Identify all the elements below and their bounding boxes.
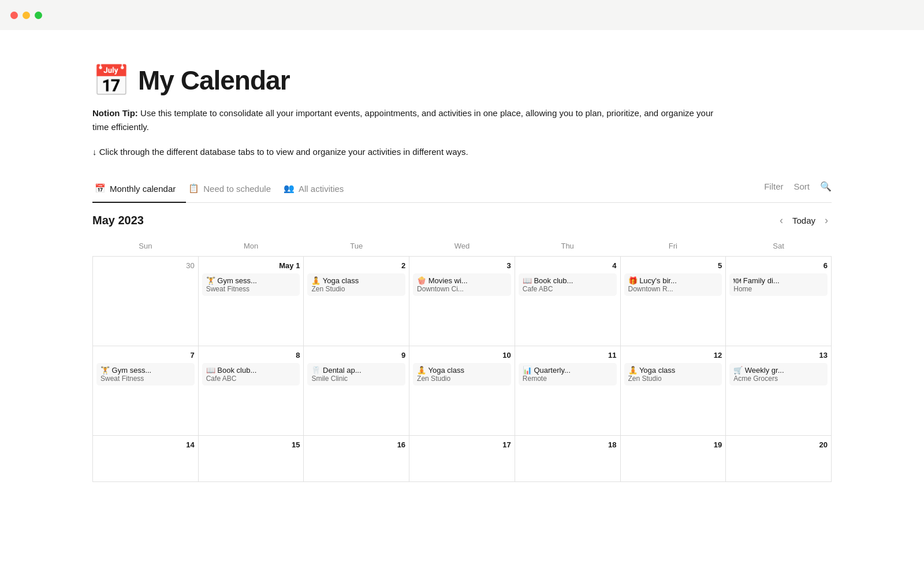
- today-button[interactable]: Today: [792, 216, 815, 225]
- day-number: 5: [624, 261, 722, 270]
- calendar-week-3: 14151617181920: [93, 436, 832, 482]
- calendar-day-w2-d1: 7🏋 Gym sess...Sweat Fitness: [93, 346, 199, 436]
- day-number: May 1: [202, 261, 300, 270]
- day-number: 7: [96, 351, 195, 360]
- day-header-thu: Thu: [515, 237, 620, 257]
- day-number: 13: [729, 351, 828, 360]
- event-card-w2-d7-0[interactable]: 🛒 Weekly gr...Acme Grocers: [729, 363, 828, 386]
- tab-need-to-schedule-label: Need to schedule: [203, 184, 271, 194]
- calendar-nav-right: ‹ Today ›: [776, 213, 832, 228]
- filter-button[interactable]: Filter: [764, 181, 783, 191]
- calendar-day-w1-d7: 6🍽 Family di...Home: [726, 257, 832, 346]
- day-header-mon: Mon: [198, 237, 304, 257]
- calendar-day-w2-d7: 13🛒 Weekly gr...Acme Grocers: [726, 346, 832, 436]
- sort-button[interactable]: Sort: [793, 181, 810, 191]
- page-icon: 📅: [92, 65, 130, 95]
- database-actions: Filter Sort 🔍: [764, 181, 832, 199]
- event-card-w1-d5-0[interactable]: 📖 Book club...Cafe ABC: [519, 273, 617, 296]
- database-tabs: 📅 Monthly calendar 📋 Need to schedule 👥 …: [92, 177, 832, 203]
- close-button[interactable]: [10, 12, 18, 19]
- need-to-schedule-icon: 📋: [188, 183, 199, 194]
- day-header-sat: Sat: [726, 237, 832, 257]
- next-month-button[interactable]: ›: [821, 213, 832, 228]
- page-header: 📅 My Calendar: [92, 65, 832, 96]
- event-card-w1-d2-0[interactable]: 🏋 Gym sess...Sweat Fitness: [202, 273, 300, 296]
- day-number: 30: [96, 261, 195, 270]
- tab-monthly-calendar-label: Monthly calendar: [110, 184, 176, 194]
- search-button[interactable]: 🔍: [820, 181, 832, 192]
- tab-group: 📅 Monthly calendar 📋 Need to schedule 👥 …: [92, 177, 764, 202]
- event-title: 🧘 Yoga class: [417, 366, 507, 375]
- calendar-day-w1-d5: 4📖 Book club...Cafe ABC: [515, 257, 620, 346]
- tab-all-activities-label: All activities: [299, 184, 344, 194]
- day-number: 15: [202, 440, 300, 449]
- search-icon: 🔍: [820, 181, 832, 191]
- prev-month-button[interactable]: ‹: [776, 213, 787, 228]
- event-card-w1-d6-0[interactable]: 🎁 Lucy's bir...Downtown R...: [624, 273, 722, 296]
- event-location: Acme Grocers: [733, 375, 824, 383]
- calendar-day-w2-d3: 9🦷 Dental ap...Smile Clinic: [304, 346, 409, 436]
- day-number: 14: [96, 440, 195, 449]
- event-location: Downtown Ci...: [417, 285, 507, 293]
- event-card-w1-d7-0[interactable]: 🍽 Family di...Home: [729, 273, 828, 296]
- event-card-w2-d3-0[interactable]: 🦷 Dental ap...Smile Clinic: [307, 363, 405, 386]
- event-location: Home: [733, 285, 824, 293]
- calendar-month-title: May 2023: [92, 214, 144, 227]
- day-header-wed: Wed: [409, 237, 515, 257]
- event-card-w2-d6-0[interactable]: 🧘 Yoga classZen Studio: [624, 363, 722, 386]
- calendar-section: May 2023 ‹ Today › Sun Mon Tue Wed Thu F…: [92, 203, 832, 482]
- tab-all-activities[interactable]: 👥 All activities: [281, 177, 354, 203]
- minimize-button[interactable]: [23, 12, 30, 19]
- tab-need-to-schedule[interactable]: 📋 Need to schedule: [186, 177, 281, 203]
- event-title: 🏋 Gym sess...: [100, 366, 191, 375]
- calendar-day-w3-d7: 20: [726, 436, 832, 482]
- event-card-w1-d4-0[interactable]: 🍿 Movies wi...Downtown Ci...: [413, 273, 511, 296]
- page-title: My Calendar: [138, 65, 290, 96]
- event-title: 🏋 Gym sess...: [206, 276, 296, 285]
- event-location: Cafe ABC: [206, 375, 296, 383]
- day-number: 10: [413, 351, 511, 360]
- day-header-fri: Fri: [620, 237, 726, 257]
- calendar-week-2: 7🏋 Gym sess...Sweat Fitness8📖 Book club.…: [93, 346, 832, 436]
- titlebar: [0, 0, 924, 30]
- notion-tip-prefix: Notion Tip:: [92, 108, 138, 118]
- day-number: 16: [307, 440, 405, 449]
- event-location: Zen Studio: [311, 285, 401, 293]
- event-location: Sweat Fitness: [206, 285, 296, 293]
- event-card-w2-d1-0[interactable]: 🏋 Gym sess...Sweat Fitness: [96, 363, 195, 386]
- event-title: 🎁 Lucy's bir...: [628, 276, 718, 285]
- day-number: 20: [729, 440, 828, 449]
- calendar-day-w3-d4: 17: [409, 436, 515, 482]
- day-number: 9: [307, 351, 405, 360]
- event-title: 🦷 Dental ap...: [311, 366, 401, 375]
- event-location: Downtown R...: [628, 285, 718, 293]
- event-title: 🍽 Family di...: [733, 276, 824, 285]
- tab-monthly-calendar[interactable]: 📅 Monthly calendar: [92, 177, 186, 203]
- event-card-w2-d5-0[interactable]: 📊 Quarterly...Remote: [519, 363, 617, 386]
- event-card-w1-d3-0[interactable]: 🧘 Yoga classZen Studio: [307, 273, 405, 296]
- calendar-day-w1-d1: 30: [93, 257, 199, 346]
- event-location: Zen Studio: [417, 375, 507, 383]
- day-number: 2: [307, 261, 405, 270]
- event-location: Sweat Fitness: [100, 375, 191, 383]
- day-number: 3: [413, 261, 511, 270]
- event-card-w2-d2-0[interactable]: 📖 Book club...Cafe ABC: [202, 363, 300, 386]
- calendar-day-w3-d2: 15: [198, 436, 304, 482]
- event-card-w2-d4-0[interactable]: 🧘 Yoga classZen Studio: [413, 363, 511, 386]
- day-number: 19: [624, 440, 722, 449]
- calendar-week-1: 30May 1🏋 Gym sess...Sweat Fitness2🧘 Yoga…: [93, 257, 832, 346]
- calendar-day-w1-d3: 2🧘 Yoga classZen Studio: [304, 257, 409, 346]
- calendar-grid: Sun Mon Tue Wed Thu Fri Sat 30May 1🏋 Gym…: [92, 237, 832, 482]
- day-number: 8: [202, 351, 300, 360]
- calendar-day-w3-d1: 14: [93, 436, 199, 482]
- day-number: 6: [729, 261, 828, 270]
- day-number: 12: [624, 351, 722, 360]
- day-number: 17: [413, 440, 511, 449]
- calendar-day-w2-d2: 8📖 Book club...Cafe ABC: [198, 346, 304, 436]
- event-title: 🛒 Weekly gr...: [733, 366, 824, 375]
- maximize-button[interactable]: [35, 12, 42, 19]
- main-content: 📅 My Calendar Notion Tip: Use this templ…: [0, 30, 924, 505]
- calendar-day-w1-d4: 3🍿 Movies wi...Downtown Ci...: [409, 257, 515, 346]
- calendar-day-w2-d5: 11📊 Quarterly...Remote: [515, 346, 620, 436]
- calendar-day-w1-d2: May 1🏋 Gym sess...Sweat Fitness: [198, 257, 304, 346]
